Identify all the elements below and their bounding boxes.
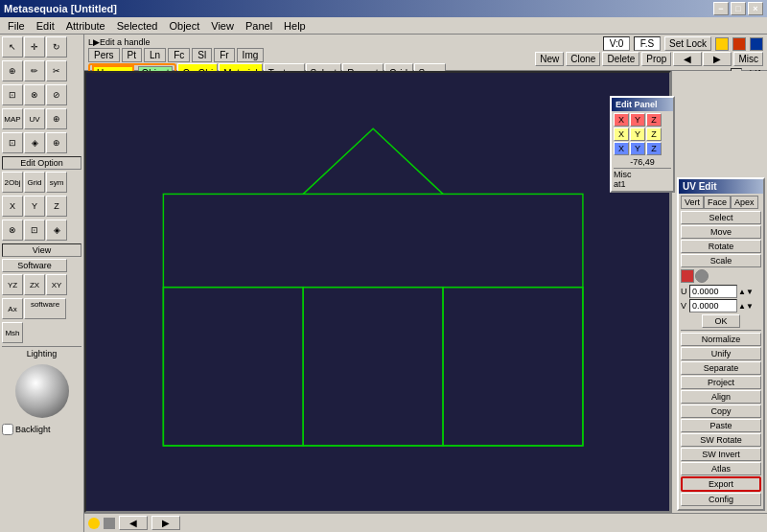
tool-joint[interactable]: ◈ [24, 132, 45, 153]
tab-ln[interactable]: Ln [144, 48, 166, 62]
tool-move[interactable]: ✛ [24, 36, 45, 58]
uv-config-button[interactable]: Config [681, 493, 761, 506]
menu-selected[interactable]: Selected [111, 19, 164, 33]
prop-button[interactable]: Prop [641, 52, 671, 66]
nav-next[interactable]: ▶ [703, 52, 732, 66]
viewport[interactable] [84, 71, 671, 513]
status-arrow-right[interactable]: ▶ [151, 516, 180, 530]
x-btn-red[interactable]: X [614, 113, 629, 127]
software2-button[interactable]: software [24, 298, 66, 319]
uv-tab-apex[interactable]: Apex [731, 196, 758, 209]
tool-pen[interactable]: ✏ [24, 60, 45, 81]
misc-button[interactable]: Misc [733, 52, 763, 66]
nav-prev[interactable]: ◀ [673, 52, 702, 66]
backlight-checkbox[interactable] [2, 424, 13, 435]
maximize-button[interactable]: □ [731, 2, 746, 15]
top-right-row2: New Clone Delete Prop ◀ ▶ Misc [535, 52, 763, 66]
tool-zx[interactable]: ZX [24, 274, 45, 295]
software-button[interactable]: Software [2, 259, 67, 272]
tab-pt[interactable]: Pt [122, 48, 142, 62]
uv-ok-button[interactable]: OK [702, 314, 740, 328]
tool-arrow[interactable]: ↖ [2, 36, 23, 58]
toolbar-row-5: ⊡ ◈ ⊕ [2, 132, 81, 153]
setlock-button[interactable]: Set Lock [664, 36, 711, 51]
y-btn-red[interactable]: Y [630, 113, 645, 127]
tab-fr[interactable]: Fr [214, 48, 234, 62]
z-btn-yellow[interactable]: Z [646, 127, 662, 141]
tool-sym[interactable]: sym [46, 172, 67, 193]
tool-grid[interactable]: Grid [24, 172, 45, 193]
tool-morph[interactable]: ⊕ [46, 132, 67, 153]
uv-atlas-button[interactable]: Atlas [681, 462, 761, 475]
tool-2obj[interactable]: 2Obj [2, 172, 23, 193]
z-btn-blue[interactable]: Z [646, 142, 662, 155]
menu-panel[interactable]: Panel [240, 19, 278, 33]
uv-unify-button[interactable]: Unify [681, 347, 761, 360]
u-input[interactable] [689, 285, 737, 298]
close-button[interactable]: × [748, 2, 763, 15]
status-arrow-left[interactable]: ◀ [119, 516, 148, 530]
menu-edit[interactable]: Edit [31, 19, 60, 33]
x-btn-yellow[interactable]: X [614, 127, 629, 141]
menu-attribute[interactable]: Attribute [60, 19, 111, 33]
uv-export-button[interactable]: Export [681, 476, 761, 492]
z-btn-red[interactable]: Z [646, 113, 662, 127]
uv-color-row [681, 269, 761, 283]
uv-scale-button[interactable]: Scale [681, 254, 761, 267]
tool-ax[interactable]: Ax [2, 298, 23, 319]
tool-bone[interactable]: ⊡ [2, 132, 23, 153]
uv-select-button[interactable]: Select [681, 211, 761, 224]
tool-yz[interactable]: YZ [2, 274, 23, 295]
tool-rotate[interactable]: ↻ [46, 36, 67, 58]
tab-pers[interactable]: Pers [88, 48, 120, 62]
tool-y[interactable]: Y [24, 196, 45, 217]
tool-scale[interactable]: ⊕ [2, 60, 23, 81]
v-input[interactable] [689, 299, 737, 312]
tool-w1[interactable]: ⊗ [2, 220, 23, 241]
uv-tab-vert[interactable]: Vert [681, 196, 704, 209]
y-btn-blue[interactable]: Y [630, 142, 645, 155]
tool-w2[interactable]: ⊡ [24, 220, 45, 241]
tool-paint[interactable]: ⊘ [46, 84, 67, 105]
tool-lasso[interactable]: ⊗ [24, 84, 45, 105]
u-spinner[interactable]: ▲▼ [738, 288, 754, 296]
tab-sl[interactable]: Sl [192, 48, 212, 62]
uv-normalize-button[interactable]: Normalize [681, 333, 761, 346]
uv-tab-face[interactable]: Face [704, 196, 731, 209]
tool-uv[interactable]: UV [24, 108, 45, 129]
tool-w3[interactable]: ◈ [46, 220, 67, 241]
tool-cut[interactable]: ✂ [46, 60, 67, 81]
uv-move-button[interactable]: Move [681, 225, 761, 239]
toolbar-row-4: MAP UV ⊕ [2, 108, 81, 129]
lighting-sphere[interactable] [15, 364, 69, 418]
minimize-button[interactable]: − [713, 2, 729, 15]
window-title: Metasequoia [Untitled] [4, 3, 117, 14]
uv-rotate-button[interactable]: Rotate [681, 240, 761, 253]
menu-help[interactable]: Help [278, 19, 312, 33]
uv-copy-button[interactable]: Copy [681, 405, 761, 418]
uv-paste-button[interactable]: Paste [681, 419, 761, 432]
tool-magnet[interactable]: ⊡ [2, 84, 23, 105]
tool-xy[interactable]: XY [46, 274, 67, 295]
menu-object[interactable]: Object [163, 19, 205, 33]
menu-file[interactable]: File [2, 19, 31, 33]
uv-sw-invert-button[interactable]: SW Invert [681, 448, 761, 461]
clone-button[interactable]: Clone [566, 52, 600, 66]
tab-img[interactable]: Img [237, 48, 265, 62]
v-spinner[interactable]: ▲▼ [738, 302, 754, 311]
tool-msh[interactable]: Msh [2, 322, 23, 343]
uv-separate-button[interactable]: Separate [681, 361, 761, 375]
tab-fc[interactable]: Fc [168, 48, 190, 62]
tool-z[interactable]: Z [46, 196, 67, 217]
y-btn-yellow[interactable]: Y [630, 127, 645, 141]
uv-sw-rotate-button[interactable]: SW Rotate [681, 433, 761, 447]
tool-map[interactable]: MAP [2, 108, 23, 129]
new-button[interactable]: New [535, 52, 564, 66]
delete-button[interactable]: Delete [602, 52, 639, 66]
uv-project-button[interactable]: Project [681, 376, 761, 389]
tool-texture[interactable]: ⊕ [46, 108, 67, 129]
menu-view[interactable]: View [205, 19, 240, 33]
x-btn-blue[interactable]: X [614, 142, 629, 155]
tool-x[interactable]: X [2, 196, 23, 217]
uv-align-button[interactable]: Align [681, 390, 761, 404]
